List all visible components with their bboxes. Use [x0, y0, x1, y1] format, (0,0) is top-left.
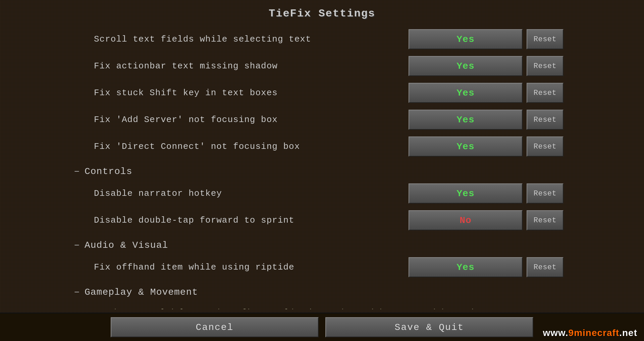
setting-controls: Yes Reset: [409, 83, 564, 103]
bottom-bar: Cancel Save & Quit www.9minecraft.net: [0, 312, 644, 341]
value-button[interactable]: Yes: [409, 110, 523, 130]
reset-button[interactable]: Reset: [527, 110, 564, 130]
setting-controls: Yes Reset: [409, 56, 564, 76]
section-minus-icon: –: [74, 166, 80, 177]
value-button[interactable]: Yes: [409, 257, 523, 277]
setting-label: Fix 'Direct Connect' not focusing box: [74, 141, 300, 152]
watermark-brand: 9minecraft: [569, 328, 620, 338]
reset-button[interactable]: Reset: [527, 183, 564, 204]
setting-controls: Yes Reset: [409, 29, 564, 49]
watermark-suffix: .net: [619, 328, 637, 338]
page-title: TieFix Settings: [269, 0, 375, 26]
reset-button[interactable]: Reset: [527, 56, 564, 76]
reset-button[interactable]: Reset: [527, 210, 564, 230]
settings-list[interactable]: Scroll text fields while selecting text …: [74, 26, 570, 309]
setting-label: Scroll text fields while selecting text: [74, 34, 311, 44]
section-header-audio-&-visual: – Audio & Visual: [74, 234, 564, 254]
setting-controls: Yes Reset: [409, 257, 564, 277]
reset-button[interactable]: Reset: [527, 83, 564, 103]
setting-row-4: Fix 'Direct Connect' not focusing box Ye…: [74, 133, 564, 160]
watermark: www.9minecraft.net: [543, 328, 637, 338]
reset-button[interactable]: Reset: [527, 29, 564, 49]
value-button[interactable]: Yes: [409, 83, 523, 103]
section-name: Gameplay & Movement: [85, 287, 198, 297]
setting-row-1: Fix actionbar text missing shadow Yes Re…: [74, 53, 564, 79]
section-name: Controls: [85, 166, 132, 177]
section-minus-icon: –: [74, 286, 80, 298]
warning-text: Warning: In multiplayer, these fixes cou…: [74, 308, 496, 309]
setting-label: Fix stuck Shift key in text boxes: [74, 88, 278, 98]
warning-row: Warning: In multiplayer, these fixes cou…: [74, 301, 564, 309]
setting-row-9: Fix offhand item while using riptide Yes…: [74, 254, 564, 281]
page-container: TieFix Settings Scroll text fields while…: [0, 0, 644, 341]
cancel-button[interactable]: Cancel: [111, 317, 319, 337]
setting-row-7: Disable double-tap forward to sprint No …: [74, 207, 564, 234]
setting-row-6: Disable narrator hotkey Yes Reset: [74, 180, 564, 207]
setting-controls: No Reset: [409, 210, 564, 230]
section-header-gameplay-&-movement: – Gameplay & Movement: [74, 281, 564, 301]
setting-row-2: Fix stuck Shift key in text boxes Yes Re…: [74, 79, 564, 106]
value-button[interactable]: Yes: [409, 183, 523, 204]
settings-area: Scroll text fields while selecting text …: [74, 26, 570, 312]
setting-row-0: Scroll text fields while selecting text …: [74, 26, 564, 53]
watermark-prefix: www.: [543, 328, 569, 338]
setting-label: Disable double-tap forward to sprint: [74, 215, 294, 225]
reset-button[interactable]: Reset: [527, 257, 564, 277]
section-minus-icon: –: [74, 239, 80, 251]
setting-controls: Yes Reset: [409, 136, 564, 157]
setting-label: Fix actionbar text missing shadow: [74, 61, 278, 71]
setting-label: Disable narrator hotkey: [74, 188, 222, 198]
setting-controls: Yes Reset: [409, 183, 564, 204]
value-button[interactable]: Yes: [409, 29, 523, 49]
value-button[interactable]: Yes: [409, 56, 523, 76]
save-quit-button[interactable]: Save & Quit: [325, 317, 533, 337]
value-button[interactable]: No: [409, 210, 523, 230]
value-button[interactable]: Yes: [409, 136, 523, 157]
setting-row-3: Fix 'Add Server' not focusing box Yes Re…: [74, 106, 564, 133]
setting-controls: Yes Reset: [409, 110, 564, 130]
setting-label: Fix offhand item while using riptide: [74, 262, 294, 272]
setting-label: Fix 'Add Server' not focusing box: [74, 115, 278, 125]
reset-button[interactable]: Reset: [527, 136, 564, 157]
section-header-controls: – Controls: [74, 160, 564, 180]
section-name: Audio & Visual: [85, 240, 168, 250]
